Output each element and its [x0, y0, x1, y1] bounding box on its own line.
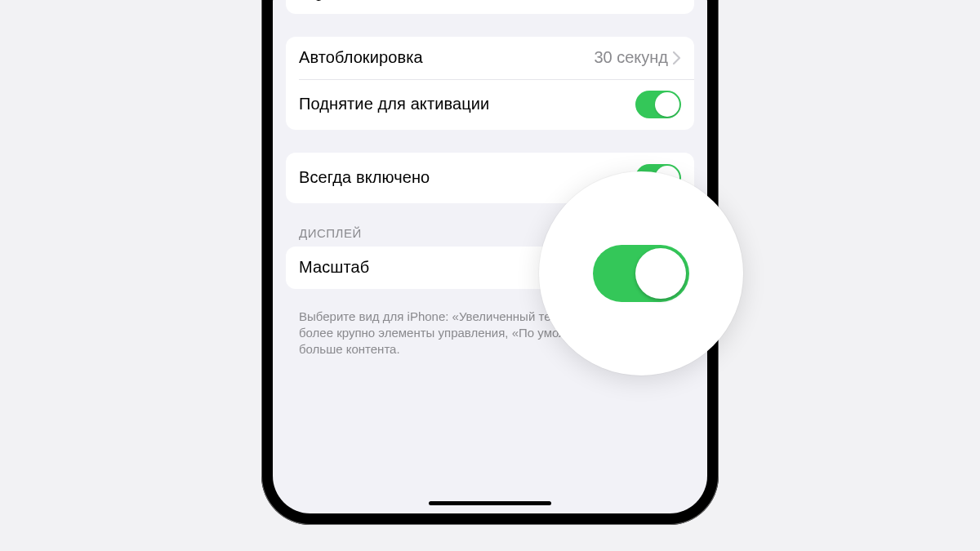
- home-indicator[interactable]: [429, 501, 551, 505]
- row-label: Масштаб: [299, 258, 558, 277]
- toggle-raise-to-wake[interactable]: [635, 91, 681, 118]
- row-label: Night Shift: [299, 0, 624, 2]
- zoom-callout: [539, 171, 743, 375]
- row-value: 30 секунд: [594, 48, 668, 67]
- toggle-always-on-zoomed[interactable]: [593, 245, 689, 302]
- row-label: Поднятие для активации: [299, 95, 635, 113]
- chevron-right-icon: [673, 51, 681, 64]
- row-raise-to-wake[interactable]: Поднятие для активации: [286, 79, 694, 130]
- row-label: Автоблокировка: [299, 48, 594, 67]
- toggle-knob: [635, 248, 686, 299]
- row-label: Всегда включено: [299, 168, 635, 187]
- row-value: Выкл.: [624, 0, 668, 2]
- row-autolock[interactable]: Автоблокировка 30 секунд: [286, 37, 694, 79]
- settings-group: Night Shift Выкл.: [286, 0, 694, 14]
- row-night-shift[interactable]: Night Shift Выкл.: [286, 0, 694, 14]
- settings-group: Автоблокировка 30 секунд Поднятие для ак…: [286, 37, 694, 130]
- toggle-knob: [655, 92, 679, 117]
